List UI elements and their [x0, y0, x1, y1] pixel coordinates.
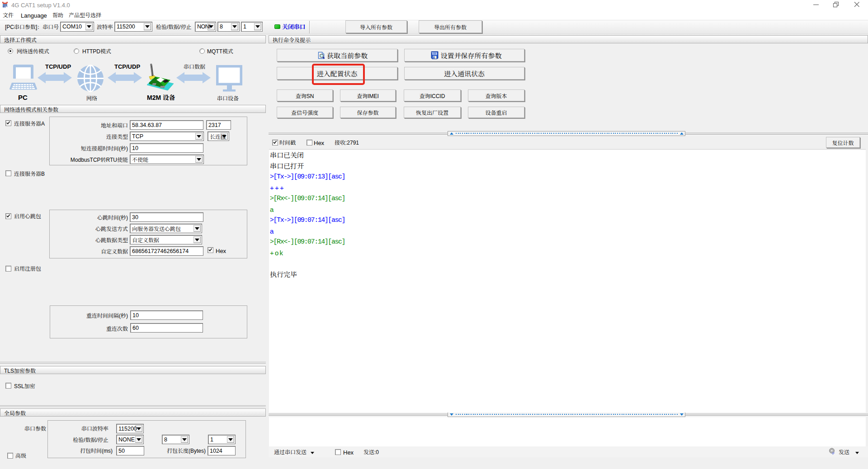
- svg-text:TCP/UDP: TCP/UDP: [114, 63, 140, 70]
- svg-text:M2M 设备: M2M 设备: [147, 94, 175, 101]
- svg-text:PC: PC: [18, 94, 28, 101]
- svg-text:串口数据: 串口数据: [184, 64, 205, 70]
- svg-text:串口设备: 串口设备: [217, 95, 239, 102]
- svg-text:网络: 网络: [86, 95, 97, 102]
- svg-text:TCP/UDP: TCP/UDP: [45, 63, 71, 70]
